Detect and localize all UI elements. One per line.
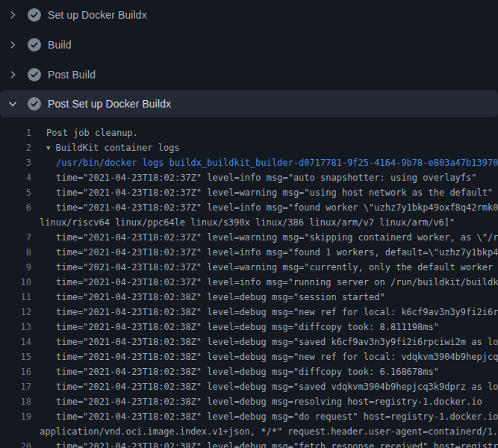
log-line-number[interactable]: 5 — [0, 185, 31, 200]
log-line-number[interactable]: 17 — [0, 379, 31, 394]
step-label: Post Build — [48, 69, 96, 81]
log-line-number[interactable]: 4 — [0, 170, 31, 185]
log-line-text: linux/riscv64 linux/ppc64le linux/s390x … — [31, 215, 455, 230]
chevron-right-icon — [7, 40, 18, 50]
log-line-continuation: linux/riscv64 linux/ppc64le linux/s390x … — [0, 215, 498, 230]
log-command-text: /usr/bin/docker logs buildx_buildkit_bui… — [31, 155, 498, 170]
log-line-text: time="2021-04-23T18:02:38Z" level=debug … — [31, 349, 498, 364]
log-line: 18 time="2021-04-23T18:02:38Z" level=deb… — [0, 394, 498, 409]
log-line-text: Post job cleanup. — [31, 125, 138, 140]
log-line-text: time="2021-04-23T18:02:37Z" level=warnin… — [31, 260, 498, 275]
log-line: 13 time="2021-04-23T18:02:38Z" level=deb… — [0, 320, 498, 335]
log-line: 16 time="2021-04-23T18:02:38Z" level=deb… — [0, 364, 498, 379]
job-log-panel: Set up Docker Buildx Build Post Build Po… — [0, 0, 498, 448]
log-line-number[interactable]: 3 — [0, 155, 31, 170]
log-line-number[interactable]: 6 — [0, 200, 31, 215]
log-line-continuation: application/vnd.oci.image.index.v1+json,… — [0, 424, 498, 439]
log-line-number[interactable]: 16 — [0, 364, 31, 379]
log-line: 7 time="2021-04-23T18:02:37Z" level=warn… — [0, 230, 498, 245]
log-line: 4 time="2021-04-23T18:02:37Z" level=info… — [0, 170, 498, 185]
log-line-number[interactable]: 8 — [0, 245, 31, 260]
log-line-number[interactable]: 20 — [0, 439, 31, 448]
log-line: 17 time="2021-04-23T18:02:38Z" level=deb… — [0, 379, 498, 394]
log-group-title: BuildKit container logs — [55, 143, 179, 153]
chevron-down-icon — [7, 99, 18, 109]
check-circle-icon — [28, 8, 41, 22]
log-line-text: time="2021-04-23T18:02:38Z" level=debug … — [31, 335, 498, 349]
check-circle-icon — [28, 38, 41, 52]
log-line-text: time="2021-04-23T18:02:38Z" level=debug … — [31, 409, 498, 424]
log-line-number[interactable]: 1 — [0, 125, 31, 140]
log-line-text: time="2021-04-23T18:02:37Z" level=info m… — [31, 245, 498, 260]
log-line-number[interactable]: 14 — [0, 335, 31, 349]
log-line: 10 time="2021-04-23T18:02:37Z" level=inf… — [0, 275, 498, 290]
log-group-toggle-row[interactable]: 2 ▼BuildKit container logs — [0, 140, 498, 155]
log-line-text: application/vnd.oci.image.index.v1+json,… — [31, 424, 498, 439]
log-line-text: time="2021-04-23T18:02:38Z" level=debug … — [31, 394, 482, 409]
log-output: 1 Post job cleanup. 2 ▼BuildKit containe… — [0, 117, 498, 448]
log-line: 5 time="2021-04-23T18:02:37Z" level=warn… — [0, 185, 498, 200]
log-line-text: time="2021-04-23T18:02:38Z" level=debug … — [31, 364, 439, 379]
log-line-number[interactable]: 19 — [0, 409, 31, 424]
log-line-number — [0, 215, 31, 230]
step-set-up-docker-buildx[interactable]: Set up Docker Buildx — [0, 0, 498, 30]
step-label: Build — [48, 39, 72, 51]
log-line-text: time="2021-04-23T18:02:38Z" level=debug … — [31, 379, 498, 394]
step-label: Post Set up Docker Buildx — [48, 98, 171, 110]
log-line-text: time="2021-04-23T18:02:37Z" level=info m… — [31, 200, 498, 215]
log-line: 3 /usr/bin/docker logs buildx_buildkit_b… — [0, 155, 498, 170]
log-line: 1 Post job cleanup. — [0, 125, 498, 140]
log-line-number[interactable]: 18 — [0, 394, 31, 409]
log-line-number[interactable]: 7 — [0, 230, 31, 245]
log-line-number[interactable]: 2 — [0, 140, 31, 155]
log-line: 19 time="2021-04-23T18:02:38Z" level=deb… — [0, 409, 498, 424]
log-group-header[interactable]: ▼BuildKit container logs — [31, 140, 180, 155]
log-line-text: time="2021-04-23T18:02:37Z" level=info m… — [31, 170, 477, 185]
chevron-right-icon — [7, 10, 18, 20]
log-line-text: time="2021-04-23T18:02:37Z" level=warnin… — [31, 230, 498, 245]
log-line-text: time="2021-04-23T18:02:37Z" level=info m… — [31, 275, 498, 290]
log-line: 20 time="2021-04-23T18:02:38Z" level=deb… — [0, 439, 498, 448]
log-line: 11 time="2021-04-23T18:02:38Z" level=deb… — [0, 290, 498, 305]
check-circle-icon — [28, 97, 41, 111]
caret-down-icon: ▼ — [46, 140, 50, 155]
step-post-set-up-docker-buildx[interactable]: Post Set up Docker Buildx — [0, 90, 498, 117]
log-line-number[interactable]: 10 — [0, 275, 31, 290]
log-line-number[interactable]: 12 — [0, 305, 31, 320]
chevron-right-icon — [7, 69, 18, 80]
log-line-text: time="2021-04-23T18:02:38Z" level=debug … — [31, 439, 498, 448]
log-line: 6 time="2021-04-23T18:02:37Z" level=info… — [0, 200, 498, 215]
step-label: Set up Docker Buildx — [48, 9, 147, 21]
log-line-number[interactable]: 13 — [0, 320, 31, 335]
step-build[interactable]: Build — [0, 30, 498, 60]
log-line-text: time="2021-04-23T18:02:37Z" level=warnin… — [31, 185, 493, 200]
log-line: 12 time="2021-04-23T18:02:38Z" level=deb… — [0, 305, 498, 320]
check-circle-icon — [28, 68, 41, 81]
log-line-number — [0, 424, 31, 439]
log-line-number[interactable]: 9 — [0, 260, 31, 275]
log-line-number[interactable]: 15 — [0, 349, 31, 364]
log-line: 9 time="2021-04-23T18:02:37Z" level=warn… — [0, 260, 498, 275]
log-line: 14 time="2021-04-23T18:02:38Z" level=deb… — [0, 335, 498, 349]
log-line-number[interactable]: 11 — [0, 290, 31, 305]
log-line-text: time="2021-04-23T18:02:38Z" level=debug … — [31, 305, 498, 320]
log-line: 15 time="2021-04-23T18:02:38Z" level=deb… — [0, 349, 498, 364]
step-post-build[interactable]: Post Build — [0, 60, 498, 90]
log-line-text: time="2021-04-23T18:02:38Z" level=debug … — [31, 290, 385, 305]
log-line: 8 time="2021-04-23T18:02:37Z" level=info… — [0, 245, 498, 260]
log-line-text: time="2021-04-23T18:02:38Z" level=debug … — [31, 320, 439, 335]
